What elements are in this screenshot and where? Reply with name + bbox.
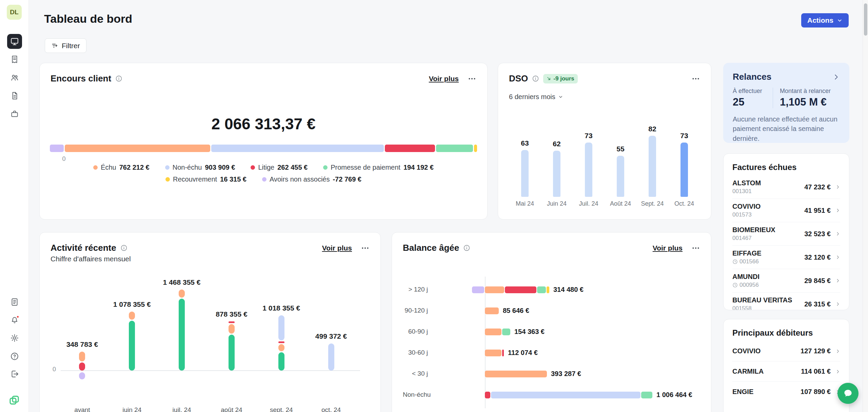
legend-dot (262, 177, 267, 182)
chat-launcher-button[interactable] (837, 383, 859, 404)
facture-row[interactable]: BIOMERIEUX00146732 523 € (732, 222, 840, 245)
activite-column: 1 078 355 €juin 24 (107, 273, 157, 412)
dso-bar-column: 55 (605, 121, 636, 197)
legend-value: 903 909 € (205, 164, 235, 171)
card-title: DSO (509, 73, 528, 84)
legend-value: -72 769 € (333, 175, 361, 183)
legend-value: 16 315 € (220, 175, 246, 183)
more-options-icon[interactable] (361, 244, 370, 252)
activite-bar-segment-green_dark (129, 321, 135, 371)
factures-list: ALSTOM00130147 232 €COVIVIO00157341 951 … (732, 175, 840, 310)
info-icon[interactable] (463, 244, 470, 251)
sidebar-item-notifications[interactable] (7, 313, 22, 328)
dso-month-label: Juil. 24 (573, 200, 605, 207)
chat-bubble-icon (843, 388, 853, 398)
debiteurs-list: COVIVIO127 129 €CARMILA114 061 €ENGIE107… (732, 341, 840, 402)
legend-item-orange: Échu762 212 € (93, 164, 150, 171)
card-title: Balance âgée (403, 243, 459, 253)
facture-name: ALSTOM (732, 179, 761, 187)
legend-label: Avoirs non associés (270, 175, 330, 183)
facture-row[interactable]: AMUNDI00095629 845 € (732, 269, 840, 292)
sidebar-item-notes[interactable] (7, 295, 22, 310)
encours-total: 2 066 313,37 € (40, 115, 487, 133)
scrollbar[interactable] (863, 0, 868, 412)
chevron-right-icon[interactable] (832, 73, 840, 81)
sidebar-item-help[interactable] (7, 349, 22, 364)
info-icon[interactable] (532, 75, 539, 82)
dso-bar (585, 143, 592, 197)
receipt-icon (10, 55, 19, 64)
voir-plus-link[interactable]: Voir plus (322, 244, 352, 252)
balance-row: 90-120 j85 646 € (403, 300, 700, 321)
activite-column: 878 355 €août 24 (206, 273, 256, 412)
activite-bar-segment-green_dark (179, 299, 185, 371)
encours-legend: Échu762 212 €Non-échu903 909 €Litige262 … (40, 164, 487, 183)
activite-column: 348 783 €avant (57, 273, 107, 412)
dso-month-label: Août 24 (605, 200, 636, 207)
info-icon[interactable] (120, 244, 127, 251)
activite-bar-segment-periwinkle (328, 343, 334, 371)
activite-column: 1 018 355 €sept. 24 (256, 273, 306, 412)
debiteur-row[interactable]: ENGIE107 890 € (732, 381, 840, 402)
encours-zero-label: 0 (62, 155, 65, 163)
balance-row: 60-90 j154 363 € (403, 321, 700, 342)
balance-row: Non-échu1 006 464 € (403, 384, 700, 405)
sidebar-item-settings[interactable] (7, 331, 22, 345)
encours-segment-orange (65, 145, 210, 152)
voir-plus-link[interactable]: Voir plus (429, 75, 459, 83)
balance-row-label: > 120 j (403, 286, 428, 293)
card-title: Activité récente (51, 243, 116, 253)
balance-chart: > 120 j314 480 €90-120 j85 646 €60-90 j1… (403, 277, 700, 412)
activite-column: 499 372 €oct. 24 (306, 273, 356, 412)
activite-month-label: avant (57, 406, 107, 412)
facture-row[interactable]: BUREAU VERITAS00155826 315 € (732, 292, 840, 310)
activite-bar-segment-red (229, 321, 235, 323)
balance-bar-segment-green (537, 286, 546, 293)
legend-row: Recouvrement16 315 €Avoirs non associés-… (165, 175, 361, 183)
legend-value: 194 192 € (403, 164, 434, 171)
dso-bar-value: 73 (680, 132, 688, 140)
more-options-icon[interactable] (691, 244, 700, 252)
activite-bar-value: 1 468 355 € (163, 278, 201, 286)
activite-bar-value: 1 078 355 € (113, 300, 151, 308)
dso-bar-value: 62 (553, 140, 560, 148)
dso-period-select[interactable]: 6 derniers mois (509, 93, 563, 101)
sidebar: DL (0, 0, 29, 412)
debiteur-row[interactable]: CARMILA114 061 € (732, 361, 840, 381)
debiteur-amount: 114 061 € (801, 368, 831, 375)
more-options-icon[interactable] (691, 74, 700, 83)
legend-item-green: Promesse de paiement194 192 € (323, 164, 434, 171)
voir-plus-link[interactable]: Voir plus (653, 244, 683, 252)
more-options-icon[interactable] (468, 74, 476, 83)
encours-segment-green (436, 145, 473, 152)
sidebar-item-logout[interactable] (7, 367, 22, 381)
facture-row[interactable]: ALSTOM00130147 232 € (732, 175, 840, 199)
debiteur-row[interactable]: COVIVIO127 129 € (732, 341, 840, 361)
activite-month-label: juin 24 (107, 406, 157, 412)
user-avatar[interactable]: DL (7, 5, 22, 20)
facture-row[interactable]: EIFFAGE00156632 120 € (732, 245, 840, 269)
sidebar-item-clients[interactable] (7, 70, 22, 85)
activite-month-label: août 24 (206, 406, 256, 412)
sidebar-item-portfolio[interactable] (7, 107, 22, 121)
sidebar-item-dashboard[interactable] (7, 34, 22, 49)
legend-label: Non-échu (173, 164, 202, 171)
balance-bar-segment-red (505, 286, 536, 293)
scrollbar-thumb[interactable] (864, 3, 867, 36)
page-title: Tableau de bord (44, 12, 132, 25)
card-relances[interactable]: Relances À effectuer 25 Montant à relanc… (723, 63, 849, 143)
chevron-right-icon (835, 183, 840, 191)
info-icon[interactable] (115, 75, 122, 82)
facture-ref: 001558 (732, 305, 792, 310)
activite-bar-value: 878 355 € (216, 310, 247, 318)
actions-button[interactable]: Actions (801, 13, 849, 27)
sidebar-item-documents[interactable] (7, 88, 22, 103)
facture-row[interactable]: COVIVIO00157341 951 € (732, 199, 840, 222)
sidebar-item-invoices[interactable] (7, 52, 22, 67)
dso-month-label: Juin 24 (541, 200, 573, 207)
legend-item-yellow: Recouvrement16 315 € (165, 175, 246, 183)
filter-button[interactable]: Filtrer (45, 38, 86, 53)
dso-month-label: Sept. 24 (636, 200, 668, 207)
activite-bar-segment-orange (179, 289, 185, 298)
app-logo (8, 394, 20, 406)
